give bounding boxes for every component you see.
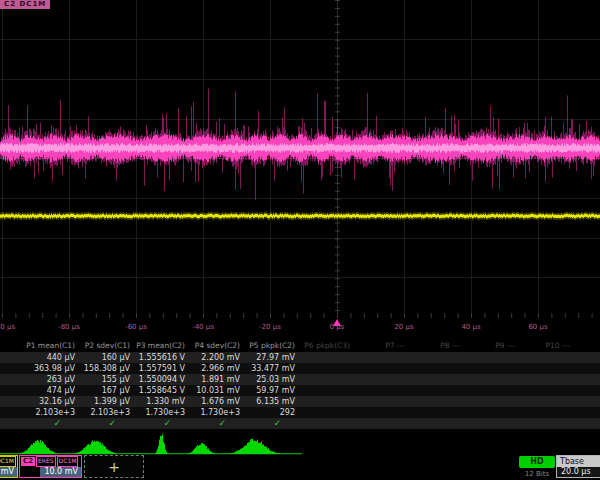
c2-eres-badge: ERES (36, 456, 56, 467)
param-header-p3[interactable]: P3 mean(C2) (136, 340, 191, 352)
status-ok-icon: ✓ (26, 418, 81, 429)
param-row-max: 474 µV167 µV1.558645 V10.031 mV59.97 mV (0, 385, 600, 396)
descriptor-bar: DC1M 10.0 mV C2 ERES DC1M 10.0 mV + HD 1… (0, 455, 600, 480)
param-value (466, 363, 521, 374)
param-header-p9[interactable]: P9 --- (466, 340, 521, 352)
param-value: 10.031 mV (191, 385, 246, 396)
param-value (356, 385, 411, 396)
histicon-strip (0, 430, 600, 456)
param-value (466, 407, 521, 418)
timebase-scale: 20.0 µs (557, 467, 600, 477)
param-value: 1.891 mV (191, 374, 246, 385)
status-empty (521, 418, 576, 429)
param-value: 2.966 mV (191, 363, 246, 374)
param-value (356, 396, 411, 407)
param-value (521, 363, 576, 374)
status-empty (466, 418, 521, 429)
param-value: 1.330 mV (136, 396, 191, 407)
param-header-p10[interactable]: P10 --- (521, 340, 576, 352)
param-value (301, 396, 356, 407)
param-value: 1.676 mV (191, 396, 246, 407)
param-header-p2[interactable]: P2 sdev(C1) (81, 340, 136, 352)
param-value: 59.97 mV (246, 385, 301, 396)
hd-bits-label: 12 Bits (512, 470, 562, 478)
param-value (356, 374, 411, 385)
param-value (466, 385, 521, 396)
oscilloscope-screen: C2 DC1M -100 µs-80 µs-60 µs-40 µs-20 µs0… (0, 0, 600, 480)
param-value: 6.135 mV (246, 396, 301, 407)
c1-coupling-badge: DC1M (0, 456, 16, 467)
axis-tick-label: -60 µs (125, 323, 147, 331)
param-value: 2.103e+3 (81, 407, 136, 418)
param-value: 32.16 µV (26, 396, 81, 407)
top-left-trace-badge: C2 DC1M (0, 0, 50, 9)
status-ok-icon: ✓ (136, 418, 191, 429)
axis-tick-label: 20 µs (394, 323, 413, 331)
param-value (411, 352, 466, 363)
param-value (411, 396, 466, 407)
plus-icon: + (108, 459, 120, 475)
param-value (411, 385, 466, 396)
param-row-status: ✓✓✓✓✓ (0, 418, 600, 429)
param-value (301, 363, 356, 374)
param-value: 1.399 µV (81, 396, 136, 407)
param-value (301, 407, 356, 418)
param-value: 2.200 mV (191, 352, 246, 363)
param-value (356, 352, 411, 363)
param-value (521, 385, 576, 396)
param-value (356, 407, 411, 418)
param-value (521, 352, 576, 363)
param-value: 33.477 mV (246, 363, 301, 374)
param-header-p1[interactable]: P1 mean(C1) (26, 340, 81, 352)
param-row-num: 2.103e+32.103e+31.730e+31.730e+3292 (0, 407, 600, 418)
param-value: 27.97 mV (246, 352, 301, 363)
channel-c2-descriptor[interactable]: C2 ERES DC1M 10.0 mV (19, 455, 82, 478)
status-ok-icon: ✓ (246, 418, 301, 429)
axis-tick-label: -100 µs (0, 323, 15, 331)
channel-c1-descriptor[interactable]: DC1M 10.0 mV (0, 455, 18, 478)
param-value: 155 µV (81, 374, 136, 385)
param-value (411, 407, 466, 418)
param-header-p4[interactable]: P4 sdev(C2) (191, 340, 246, 352)
hd-mode-badge[interactable]: HD (519, 456, 555, 468)
axis-tick-label: 40 µs (461, 323, 480, 331)
param-value: 440 µV (26, 352, 81, 363)
c2-channel-label: C2 (21, 457, 35, 466)
param-value: 2.103e+3 (26, 407, 81, 418)
param-value (466, 396, 521, 407)
param-value: 363.98 µV (26, 363, 81, 374)
status-ok-icon: ✓ (191, 418, 246, 429)
c2-coupling-badge: DC1M (57, 456, 79, 467)
param-header-p6[interactable]: P6 pkpk(C3) (301, 340, 356, 352)
axis-tick-label: -80 µs (58, 323, 80, 331)
param-header-p7[interactable]: P7 --- (356, 340, 411, 352)
status-ok-icon: ✓ (81, 418, 136, 429)
param-value: 1.557591 V (136, 363, 191, 374)
waveform-plot[interactable]: C2 DC1M (0, 0, 600, 318)
param-row-min: 263 µV155 µV1.550094 V1.891 mV25.03 mV (0, 374, 600, 385)
param-value: 263 µV (26, 374, 81, 385)
param-value: 160 µV (81, 352, 136, 363)
param-value (466, 374, 521, 385)
timebase-descriptor[interactable]: Tbase 20.0 µs (556, 455, 600, 478)
param-row-sdev: 32.16 µV1.399 µV1.330 mV1.676 mV6.135 mV (0, 396, 600, 407)
param-value (466, 352, 521, 363)
param-value: 1.730e+3 (191, 407, 246, 418)
param-value: 25.03 mV (246, 374, 301, 385)
param-value (301, 374, 356, 385)
param-value: 1.558645 V (136, 385, 191, 396)
param-header-p8[interactable]: P8 --- (411, 340, 466, 352)
measurement-table[interactable]: P1 mean(C1)P2 sdev(C1)P3 mean(C2)P4 sdev… (0, 340, 600, 429)
axis-tick-label: -40 µs (192, 323, 214, 331)
param-header-p5[interactable]: P5 pkpk(C2) (246, 340, 301, 352)
param-value (411, 374, 466, 385)
param-value (301, 385, 356, 396)
status-empty (356, 418, 411, 429)
axis-tick-label: -20 µs (259, 323, 281, 331)
add-trace-button[interactable]: + (84, 455, 144, 478)
param-value (521, 374, 576, 385)
timebase-title: Tbase (557, 456, 600, 467)
param-row-mean: 363.98 µV158.308 µV1.557591 V2.966 mV33.… (0, 363, 600, 374)
c2-volts-per-div: 10.0 mV (40, 467, 81, 477)
param-value: 1.730e+3 (136, 407, 191, 418)
